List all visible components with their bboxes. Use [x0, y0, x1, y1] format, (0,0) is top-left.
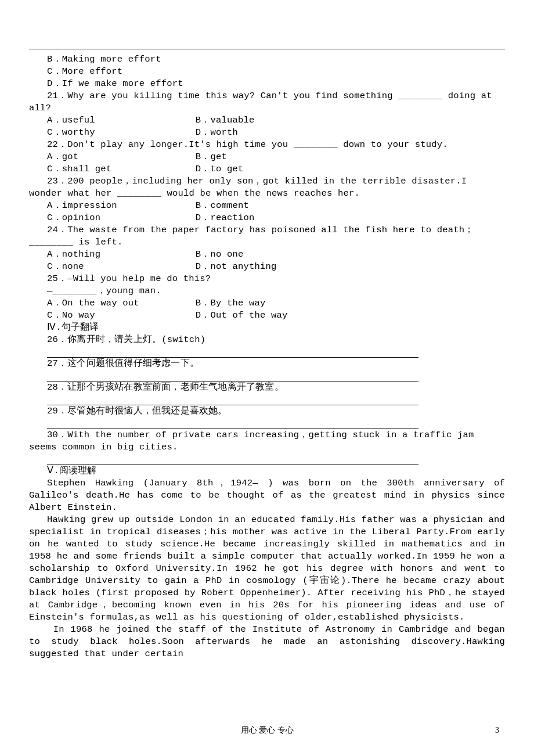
question-22-row1: A．gotB．get [29, 151, 505, 163]
reading-paragraph-2: Hawking grew up outside London in an edu… [29, 514, 505, 624]
top-horizontal-rule [29, 49, 505, 49]
answer-blank [47, 417, 418, 429]
answer-blank [47, 394, 418, 405]
option-c: C．More effort [29, 66, 505, 78]
question-25-row2: C．No wayD．Out of the way [29, 309, 505, 322]
question-22-row2: C．shall getD．to get [29, 163, 505, 175]
translate-27: 27．这个问题很值得仔细考虑一下。 [29, 358, 505, 370]
document-page: B．Making more effort C．More effort D．If … [0, 0, 534, 756]
question-25-reply: —________，young man. [29, 285, 505, 297]
question-21: 21．Why are you killing time this way? Ca… [29, 90, 505, 114]
option-b: B．get [178, 151, 505, 163]
option-d: D．not anything [178, 261, 505, 273]
option-b: B．Making more effort [29, 53, 505, 66]
option-c: C．No way [29, 309, 178, 322]
answer-blank [47, 453, 418, 465]
answer-blank [47, 370, 418, 381]
reading-paragraph-3: In 1968 he joined the staff of the Insti… [29, 624, 505, 660]
answer-blank [47, 346, 418, 358]
question-22: 22．Don't play any longer.It's high time … [29, 139, 505, 151]
question-25-row1: A．On the way outB．By the way [29, 297, 505, 309]
option-b: B．comment [178, 200, 505, 212]
option-d: D．Out of the way [178, 309, 505, 322]
question-21-row1: A．usefulB．valuable [29, 114, 505, 127]
page-footer: 用心 爱心 专心 3 [0, 724, 534, 736]
option-c: C．worthy [29, 127, 178, 139]
option-c: C．none [29, 261, 178, 273]
question-21-row2: C．worthyD．worth [29, 127, 505, 139]
translate-29: 29．尽管她有时很恼人，但我还是喜欢她。 [29, 405, 505, 417]
translate-26: 26．你离开时，请关上灯。(switch) [29, 334, 505, 346]
option-b: B．By the way [178, 297, 505, 309]
option-b: B．no one [178, 249, 505, 261]
section-5-heading: Ⅴ.阅读理解 [29, 465, 505, 477]
option-d: D．If we make more effort [29, 78, 505, 90]
section-4-heading: Ⅳ.句子翻译 [29, 322, 505, 334]
question-24: 24．The waste from the paper factory has … [29, 224, 505, 249]
option-c: C．opinion [29, 212, 178, 224]
question-23-row2: C．opinionD．reaction [29, 212, 505, 224]
question-23-row1: A．impressionB．comment [29, 200, 505, 212]
option-b: B．valuable [178, 114, 505, 127]
option-a: A．impression [29, 200, 178, 212]
option-d: D．to get [178, 163, 505, 175]
question-24-row1: A．nothingB．no one [29, 249, 505, 261]
translate-28: 28．让那个男孩站在教室前面，老师生气地离开了教室。 [29, 381, 505, 394]
translate-30: 30．With the number of private cars incre… [29, 429, 505, 453]
option-a: A．useful [29, 114, 178, 127]
question-24-row2: C．noneD．not anything [29, 261, 505, 273]
question-23: 23．200 people，including her only son，got… [29, 175, 505, 200]
page-number: 3 [495, 724, 499, 736]
footer-motto: 用心 爱心 专心 [241, 726, 294, 735]
body-text: B．Making more effort C．More effort D．If … [29, 53, 505, 660]
option-c: C．shall get [29, 163, 178, 175]
option-d: D．reaction [178, 212, 505, 224]
question-25: 25．—Will you help me do this? [29, 273, 505, 285]
option-d: D．worth [178, 127, 505, 139]
option-a: A．nothing [29, 249, 178, 261]
option-a: A．got [29, 151, 178, 163]
option-a: A．On the way out [29, 297, 178, 309]
reading-paragraph-1: Stephen Hawking (January 8th，1942— ) was… [29, 477, 505, 514]
